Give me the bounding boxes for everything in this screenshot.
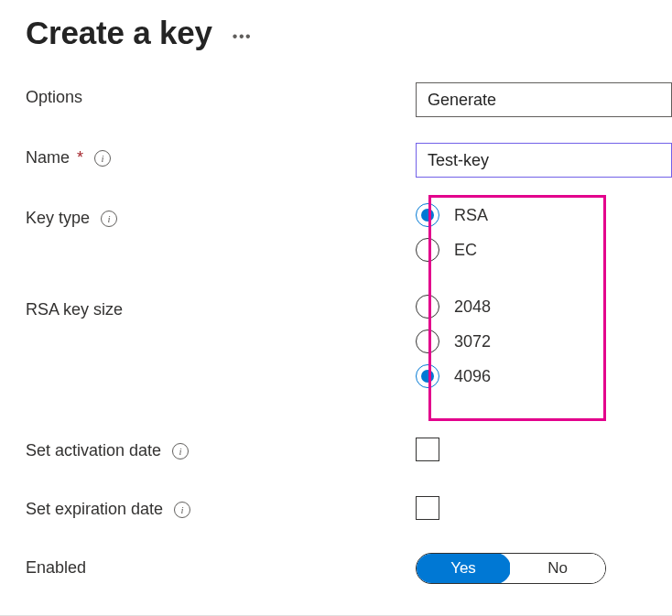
key-type-radio-ec[interactable]: EC (416, 238, 672, 262)
options-label: Options (26, 82, 416, 107)
activation-date-checkbox[interactable] (416, 438, 439, 461)
info-icon[interactable]: i (101, 211, 117, 227)
expiration-date-checkbox[interactable] (416, 496, 439, 520)
activation-date-label: Set activation date i (26, 436, 416, 460)
page-title: Create a key (26, 15, 212, 51)
info-icon[interactable]: i (94, 150, 111, 167)
enabled-toggle[interactable]: Yes No (416, 553, 606, 584)
more-icon[interactable]: ••• (233, 21, 252, 45)
rsa-size-radio-2048[interactable]: 2048 (416, 295, 672, 319)
key-type-label: Key type i (26, 203, 416, 228)
info-icon[interactable]: i (172, 443, 189, 459)
rsa-key-size-label: RSA key size (26, 295, 416, 319)
expiration-date-label: Set expiration date i (26, 494, 416, 519)
enabled-label: Enabled (26, 553, 416, 578)
name-label: Name* i (26, 143, 416, 168)
key-type-radio-rsa[interactable]: RSA (416, 203, 672, 227)
toggle-no[interactable]: No (510, 554, 605, 583)
rsa-size-radio-4096[interactable]: 4096 (416, 364, 672, 388)
name-input[interactable] (416, 143, 672, 178)
info-icon[interactable]: i (174, 502, 190, 518)
rsa-size-radio-3072[interactable]: 3072 (416, 330, 672, 353)
toggle-yes[interactable]: Yes (416, 553, 511, 584)
options-select[interactable]: Generate (416, 82, 672, 117)
